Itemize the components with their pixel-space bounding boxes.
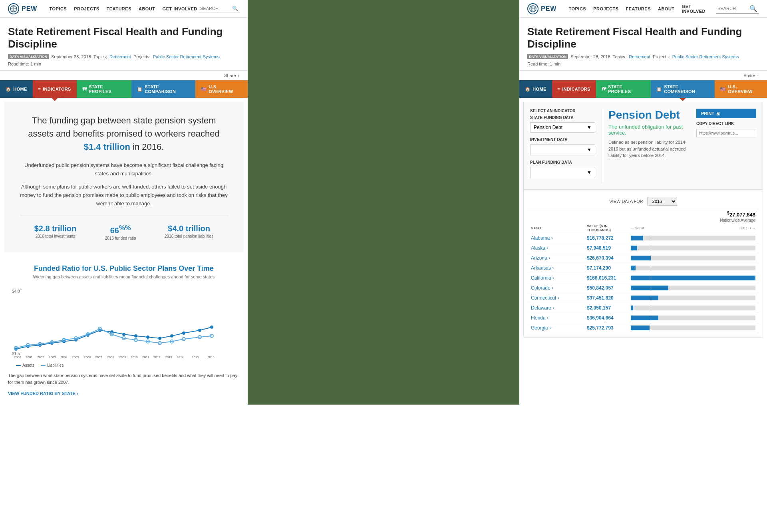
- search-bar-right[interactable]: 🔍: [716, 4, 759, 14]
- svg-text:2016: 2016: [207, 355, 215, 359]
- bar-cell: [628, 243, 759, 253]
- tab-home[interactable]: 🏠 HOME: [0, 80, 33, 98]
- logo-circle-right: [527, 3, 538, 14]
- print-button[interactable]: PRINT 🖨: [696, 109, 756, 118]
- year-select[interactable]: 2016: [647, 197, 677, 206]
- meta-projects-link-right[interactable]: Public Sector Retirement Systems: [672, 54, 739, 59]
- select-indicator-label: SELECT AN INDICATOR: [530, 109, 595, 113]
- col-bar-header: ← $33M $168B →: [631, 226, 755, 230]
- tab-indicators-right[interactable]: ≡ INDICATORS: [552, 80, 596, 98]
- value-cell: $25,772,793: [584, 323, 628, 333]
- tab-state-comparison[interactable]: 📋 STATE COMPARISON: [131, 80, 195, 98]
- state-link[interactable]: Alabama ›: [531, 235, 553, 241]
- value-cell: $26,670,394: [584, 253, 628, 263]
- meta-topics-label: Topics:: [93, 54, 107, 59]
- svg-point-17: [146, 335, 149, 339]
- nav-features[interactable]: FEATURES: [107, 6, 131, 11]
- nav-about-right[interactable]: ABOUT: [658, 6, 675, 11]
- tab-state-profiles-right[interactable]: 🗺 STATE PROFILES: [596, 80, 651, 98]
- nationwide-avg: $27,077,848 Nationwide Average: [720, 211, 755, 222]
- table-row: California › $168,016,231: [528, 273, 759, 283]
- state-link[interactable]: Alaska ›: [531, 245, 548, 251]
- share-label[interactable]: Share: [224, 73, 236, 78]
- search-input-right[interactable]: [717, 6, 749, 11]
- investment-chevron: ▼: [587, 147, 592, 153]
- funding-label: State Funding Data: [530, 115, 595, 120]
- meta-topics-link-right[interactable]: Retirement: [629, 54, 650, 59]
- state-link[interactable]: Florida ›: [531, 315, 548, 321]
- svg-text:2002: 2002: [37, 355, 44, 359]
- state-link[interactable]: Colorado ›: [531, 285, 553, 291]
- value-cell: $168,016,231: [584, 273, 628, 283]
- tab-us-overview[interactable]: 🇺🇸 U.S. OVERVIEW: [195, 80, 248, 98]
- nav-topics[interactable]: TOPICS: [49, 6, 67, 11]
- stat-investments: $2.8 trillion 2016 total investments: [34, 224, 77, 240]
- tab-home-right[interactable]: 🏠 HOME: [519, 80, 552, 98]
- tab-state-profiles[interactable]: 🗺 STATE PROFILES: [77, 80, 131, 98]
- state-link[interactable]: Connecticut ›: [531, 295, 559, 301]
- nav-about[interactable]: ABOUT: [139, 6, 155, 11]
- copy-link-input[interactable]: [696, 129, 756, 137]
- logo-right[interactable]: PEW: [527, 3, 556, 14]
- state-profiles-icon-right: 🗺: [602, 87, 606, 91]
- funding-dropdown[interactable]: Pension Debt ▼: [530, 122, 595, 133]
- share-label-right[interactable]: Share: [743, 73, 755, 78]
- svg-text:2004: 2004: [60, 355, 68, 359]
- indicators-icon-right: ≡: [558, 87, 560, 91]
- print-label: PRINT: [701, 111, 714, 116]
- investment-dropdown[interactable]: ▼: [530, 144, 595, 155]
- search-input[interactable]: [200, 6, 232, 11]
- state-link[interactable]: Delaware ›: [531, 305, 554, 311]
- meta-projects-link[interactable]: Public Sector Retirement Systems: [153, 54, 220, 59]
- right-panel: PEW TOPICS PROJECTS FEATURES ABOUT GET I…: [519, 0, 767, 405]
- search-icon-right: 🔍: [749, 5, 757, 12]
- us-overview-icon-right: 🇺🇸: [720, 87, 726, 92]
- state-cell: Arizona ›: [528, 253, 584, 263]
- investment-label: Investment Data: [530, 137, 595, 142]
- indicator-panel: SELECT AN INDICATOR State Funding Data P…: [523, 102, 763, 337]
- nav-get-involved-right[interactable]: GET INVOLVED: [682, 4, 716, 14]
- state-cell: Georgia ›: [528, 323, 584, 333]
- bar-cell: [628, 253, 759, 263]
- nav-topics-right[interactable]: TOPICS: [568, 6, 586, 11]
- tab-us-overview-right[interactable]: 🇺🇸 U.S. OVERVIEW: [715, 80, 767, 98]
- bar-cell: [628, 233, 759, 243]
- logo[interactable]: PEW: [8, 3, 37, 14]
- value-cell: $16,778,272: [584, 233, 628, 243]
- state-link[interactable]: Arizona ›: [531, 255, 550, 261]
- bar-cell: [628, 263, 759, 273]
- share-icon[interactable]: ↑: [238, 73, 240, 78]
- view-data-label: VIEW DATA FOR: [609, 199, 643, 204]
- nav-bar-right: PEW TOPICS PROJECTS FEATURES ABOUT GET I…: [519, 0, 767, 18]
- view-funded-ratio-link[interactable]: VIEW FUNDED RATIO BY STATE ›: [8, 391, 78, 396]
- indicator-info: Pension Debt The unfunded obligation for…: [602, 109, 696, 183]
- nav-links: TOPICS PROJECTS FEATURES ABOUT GET INVOL…: [49, 6, 199, 11]
- state-link[interactable]: Arkansas ›: [531, 265, 554, 271]
- state-cell: Colorado ›: [528, 283, 584, 293]
- logo-circle: [8, 3, 19, 14]
- state-cell: Delaware ›: [528, 303, 584, 313]
- search-bar[interactable]: 🔍: [199, 5, 240, 12]
- share-icon-right[interactable]: ↑: [757, 73, 759, 78]
- tab-indicators[interactable]: ≡ INDICATORS: [33, 80, 77, 98]
- nationwide-number: 27,077,848: [729, 212, 755, 218]
- table-row: Arkansas › $7,174,290: [528, 263, 759, 273]
- state-link[interactable]: California ›: [531, 275, 554, 281]
- hero-sub-text-2: Although some plans for public workers a…: [20, 183, 228, 208]
- meta-topics-link[interactable]: Retirement: [109, 54, 131, 59]
- state-link[interactable]: Georgia ›: [531, 325, 551, 331]
- tab-state-comparison-right[interactable]: 📋 STATE COMPARISON: [651, 80, 715, 98]
- table-row: Alaska › $7,948,519: [528, 243, 759, 253]
- stat-liabilities: $4.0 trillion 2016 total pension liabili…: [165, 224, 213, 240]
- nav-features-right[interactable]: FEATURES: [626, 6, 651, 11]
- plan-dropdown[interactable]: ▼: [530, 167, 595, 178]
- nav-projects-right[interactable]: PROJECTS: [593, 6, 618, 11]
- table-row: Alabama › $16,778,272: [528, 233, 759, 243]
- nationwide-avg-container: $27,077,848 Nationwide Average: [528, 209, 759, 222]
- nav-projects[interactable]: PROJECTS: [74, 6, 99, 11]
- nav-get-involved[interactable]: GET INVOLVED: [163, 6, 197, 11]
- svg-text:2003: 2003: [49, 355, 56, 359]
- meta-label-right: DATA VISUALIZATION: [527, 54, 568, 59]
- svg-point-18: [158, 337, 161, 340]
- svg-text:2007: 2007: [95, 355, 102, 359]
